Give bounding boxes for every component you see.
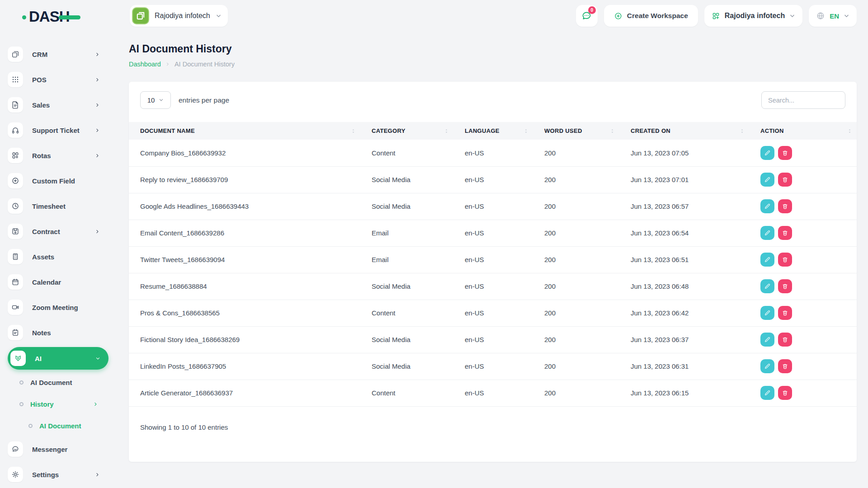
edit-button[interactable]: [760, 306, 774, 320]
sidebar-subitem-history[interactable]: History: [8, 393, 111, 415]
edit-button[interactable]: [760, 226, 774, 240]
edit-button[interactable]: [760, 146, 774, 160]
cell-language: en-US: [453, 380, 533, 406]
column-header-action[interactable]: ACTION: [749, 122, 857, 140]
breadcrumb-link[interactable]: Dashboard: [129, 61, 161, 68]
chevron-right-icon: [95, 103, 100, 108]
workspace-switcher[interactable]: Rajodiya infotech: [130, 5, 228, 27]
sidebar-item-ai[interactable]: AI: [8, 347, 108, 370]
column-header-language[interactable]: LANGUAGE: [453, 122, 533, 140]
column-header-category[interactable]: CATEGORY: [360, 122, 453, 140]
create-workspace-button[interactable]: Create Workspace: [604, 5, 698, 27]
edit-button[interactable]: [760, 173, 774, 187]
app-logo[interactable]: DASH: [29, 8, 80, 25]
search-input[interactable]: [761, 91, 845, 109]
sidebar-item-zoom-meeting[interactable]: Zoom Meeting: [8, 295, 111, 320]
table-row: Email Content_1686639286Emailen-US200Jun…: [129, 220, 857, 246]
column-header-word-used[interactable]: WORD USED: [533, 122, 619, 140]
table-row: Google Ads Headlines_1686639443Social Me…: [129, 193, 857, 220]
column-header-created-on[interactable]: CREATED ON: [619, 122, 749, 140]
messenger-button[interactable]: 0: [576, 5, 598, 27]
sidebar-item-notes[interactable]: Notes: [8, 320, 111, 345]
column-header-label: DOCUMENT NAME: [140, 127, 195, 134]
delete-button[interactable]: [778, 199, 792, 213]
row-actions: [760, 146, 857, 160]
language-code: EN: [830, 12, 839, 20]
row-actions: [760, 333, 857, 347]
table-body: Company Bios_1686639932Contenten-US200Ju…: [129, 140, 857, 406]
logo-dash-bar: [59, 15, 80, 19]
cell-word-used: 200: [533, 300, 619, 326]
cell-created-on: Jun 13, 2023 06:31: [619, 353, 749, 380]
cell-word-used: 200: [533, 246, 619, 273]
delete-button[interactable]: [778, 173, 792, 187]
sidebar-item-crm[interactable]: CRM: [8, 42, 111, 67]
breadcrumb-current: AI Document History: [175, 61, 235, 68]
edit-button[interactable]: [760, 253, 774, 267]
sidebar-item-label: History: [30, 400, 54, 408]
page-title: AI Document History: [129, 43, 231, 55]
delete-button[interactable]: [778, 306, 792, 320]
sidebar-item-label: Messenger: [32, 446, 67, 453]
edit-button[interactable]: [760, 199, 774, 213]
cell-document-name: Twitter Tweets_1686639094: [129, 246, 360, 273]
delete-button[interactable]: [778, 146, 792, 160]
cell-category: Social Media: [360, 326, 453, 353]
edit-button[interactable]: [760, 333, 774, 347]
chevron-right-icon: [95, 229, 100, 234]
sidebar-item-custom-field[interactable]: Custom Field: [8, 168, 111, 193]
sidebar-item-label: Rotas: [32, 152, 51, 160]
support-ticket-icon: [8, 122, 23, 138]
sidebar-item-rotas[interactable]: Rotas: [8, 143, 111, 168]
logo-dot: [22, 15, 26, 19]
sidebar-item-timesheet[interactable]: Timesheet: [8, 193, 111, 219]
row-actions: [760, 306, 857, 320]
sidebar-item-messenger[interactable]: Messenger: [8, 436, 111, 462]
row-actions: [760, 226, 857, 240]
sidebar-item-calendar[interactable]: Calendar: [8, 269, 111, 295]
edit-button[interactable]: [760, 386, 774, 400]
cell-action: [749, 300, 857, 326]
delete-button[interactable]: [778, 226, 792, 240]
history-table-card: 10 entries per page DOCUMENT NAMECATEGOR…: [129, 82, 857, 462]
table-row: Reply to review_1686639709Social Mediaen…: [129, 166, 857, 193]
cell-action: [749, 193, 857, 220]
cell-word-used: 200: [533, 353, 619, 380]
delete-button[interactable]: [778, 386, 792, 400]
sidebar-item-pos[interactable]: POS: [8, 67, 111, 92]
sort-icon: [610, 127, 615, 134]
cell-language: en-US: [453, 140, 533, 166]
account-menu[interactable]: Rajodiya infotech: [704, 5, 802, 27]
column-header-label: ACTION: [760, 127, 784, 134]
delete-button[interactable]: [778, 279, 792, 293]
settings-icon: [8, 467, 23, 482]
sidebar-item-label: Support Ticket: [32, 127, 80, 134]
edit-button[interactable]: [760, 359, 774, 373]
delete-button[interactable]: [778, 333, 792, 347]
sidebar-item-settings[interactable]: Settings: [8, 462, 111, 487]
cell-category: Email: [360, 220, 453, 246]
sidebar-subitem-ai-document[interactable]: AI Document: [8, 415, 111, 436]
column-header-document-name[interactable]: DOCUMENT NAME: [129, 122, 360, 140]
sidebar-item-contract[interactable]: Contract: [8, 219, 111, 244]
cell-document-name: Pros & Cons_1686638565: [129, 300, 360, 326]
delete-button[interactable]: [778, 253, 792, 267]
language-menu[interactable]: EN: [809, 5, 857, 27]
row-actions: [760, 173, 857, 187]
cell-category: Social Media: [360, 273, 453, 300]
table-row: Twitter Tweets_1686639094Emailen-US200Ju…: [129, 246, 857, 273]
workspace-name: Rajodiya infotech: [155, 12, 210, 20]
column-header-label: CATEGORY: [372, 127, 406, 134]
sidebar-subitem-ai-document[interactable]: AI Document: [8, 371, 111, 393]
edit-button[interactable]: [760, 279, 774, 293]
cell-language: en-US: [453, 166, 533, 193]
cell-language: en-US: [453, 193, 533, 220]
chevron-down-icon: [844, 13, 849, 19]
custom-field-icon: [8, 173, 23, 188]
sidebar-item-sales[interactable]: Sales: [8, 92, 111, 117]
chat-badge: 0: [588, 6, 596, 14]
sidebar-item-assets[interactable]: Assets: [8, 244, 111, 269]
delete-button[interactable]: [778, 359, 792, 373]
entries-per-page-select[interactable]: 10: [140, 91, 171, 109]
sidebar-item-support-ticket[interactable]: Support Ticket: [8, 117, 111, 143]
